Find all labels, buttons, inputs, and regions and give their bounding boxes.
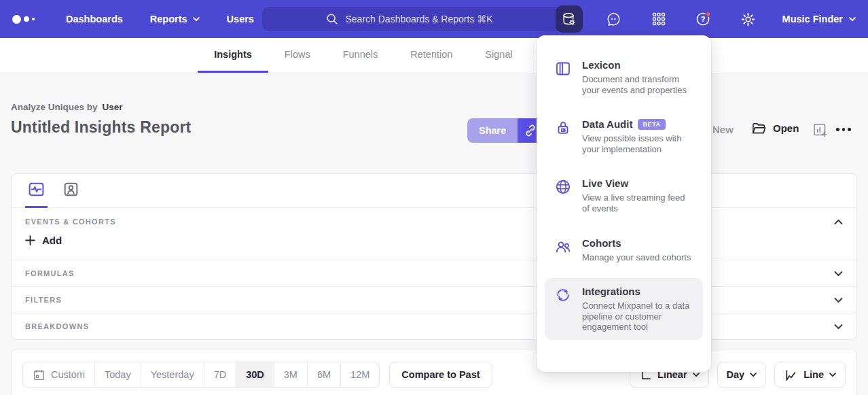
- menu-item-desc: View possible issues with your implement…: [582, 133, 693, 154]
- help-button[interactable]: ?: [690, 5, 717, 33]
- tab-funnels[interactable]: Funnels: [327, 38, 395, 73]
- breadcrumb: Analyze Uniques byUser: [11, 102, 123, 112]
- events-cohorts-label: EVENTS & COHORTS: [25, 218, 116, 226]
- preset-label: 6M: [317, 369, 331, 380]
- share-button[interactable]: Share: [467, 118, 518, 143]
- chevron-down-icon: [829, 373, 836, 377]
- menu-item-title: Lexicon: [582, 59, 693, 71]
- add-to-dashboard-button[interactable]: [812, 122, 828, 141]
- interval-dropdown[interactable]: Day: [717, 362, 767, 388]
- users-view-tab[interactable]: [60, 180, 82, 208]
- chevron-up-icon: [834, 219, 843, 225]
- breakdowns-section-row[interactable]: BREAKDOWNS: [12, 313, 856, 339]
- preset-label: Yesterday: [151, 369, 194, 380]
- apps-grid-icon: [651, 12, 666, 27]
- gear-icon: [740, 12, 756, 27]
- preset-label: Today: [105, 369, 131, 380]
- date-preset-3m[interactable]: 3M: [274, 362, 308, 387]
- search-input[interactable]: [346, 14, 505, 24]
- beta-badge: BETA: [638, 119, 665, 130]
- chevron-down-icon: [193, 17, 200, 22]
- expand-breakdowns-button[interactable]: [834, 324, 843, 330]
- insights-chart-icon: [27, 180, 46, 199]
- global-search[interactable]: [262, 7, 568, 31]
- menu-item-cohorts[interactable]: Cohorts Manage your saved cohorts: [545, 230, 703, 271]
- chevron-down-icon: [750, 373, 757, 377]
- open-label: Open: [773, 122, 799, 134]
- link-icon: [524, 124, 537, 137]
- menu-item-title-text: Data Audit: [582, 118, 632, 130]
- chevron-down-icon: [693, 373, 700, 377]
- menu-item-text: Cohorts Manage your saved cohorts: [582, 237, 691, 263]
- menu-item-title: Data Audit BETA: [582, 118, 693, 130]
- data-management-button[interactable]: [556, 5, 583, 33]
- calendar-icon: [33, 368, 46, 381]
- mixpanel-logo-icon[interactable]: [12, 15, 35, 24]
- tab-insights[interactable]: Insights: [198, 38, 268, 73]
- chevron-down-icon: [834, 324, 843, 330]
- tab-signal[interactable]: Signal: [469, 38, 528, 73]
- menu-item-text: Lexicon Document and transform your even…: [582, 59, 693, 95]
- feedback-button[interactable]: [600, 5, 628, 33]
- menu-item-live-view[interactable]: Live View View a live streaming feed of …: [545, 170, 703, 221]
- nav-reports[interactable]: Reports: [150, 14, 200, 24]
- chevron-down-icon: [849, 17, 856, 22]
- integrations-sync-icon: [554, 286, 572, 304]
- menu-item-desc: Manage your saved cohorts: [582, 252, 691, 263]
- events-cohorts-section-header: EVENTS & COHORTS: [12, 208, 856, 226]
- interval-label: Day: [727, 369, 745, 380]
- date-preset-30d[interactable]: 30D: [236, 362, 274, 387]
- expand-filters-button[interactable]: [834, 297, 843, 303]
- preset-label: 3M: [284, 369, 297, 380]
- data-audit-icon: [554, 119, 572, 137]
- line-chart-icon: [784, 368, 798, 382]
- collapse-events-button[interactable]: [834, 219, 843, 225]
- menu-item-title: Live View: [582, 177, 693, 189]
- menu-item-text: Integrations Connect Mixpanel to a data …: [582, 286, 693, 332]
- nav-users-label: Users: [227, 14, 254, 24]
- plus-icon: [25, 235, 35, 245]
- filters-section-row[interactable]: FILTERS: [12, 287, 856, 313]
- menu-item-lexicon[interactable]: Lexicon Document and transform your even…: [545, 52, 703, 103]
- chart-type-label: Line: [803, 369, 824, 380]
- date-preset-7d[interactable]: 7D: [204, 362, 237, 387]
- speech-bubble-icon: [606, 12, 621, 27]
- globe-icon: [554, 178, 572, 196]
- project-switcher[interactable]: Music Finder: [782, 14, 856, 24]
- expand-formulas-button[interactable]: [834, 271, 843, 277]
- add-event-button[interactable]: Add: [25, 235, 62, 246]
- menu-item-data-audit[interactable]: Data Audit BETA View possible issues wit…: [545, 111, 703, 162]
- tab-retention[interactable]: Retention: [394, 38, 469, 73]
- date-preset-6m[interactable]: 6M: [308, 362, 341, 387]
- menu-item-text: Live View View a live streaming feed of …: [582, 177, 693, 213]
- nav-users[interactable]: Users: [227, 14, 254, 24]
- date-preset-today[interactable]: Today: [95, 362, 141, 387]
- events-view-tab[interactable]: [25, 180, 48, 208]
- date-preset-yesterday[interactable]: Yesterday: [141, 362, 204, 387]
- report-tabbar: Insights Flows Funnels Retention Signal …: [0, 38, 868, 73]
- tab-flows[interactable]: Flows: [268, 38, 327, 73]
- apps-grid-button[interactable]: [645, 5, 672, 33]
- cohorts-people-icon: [554, 238, 572, 256]
- settings-button[interactable]: [735, 5, 762, 33]
- preset-label: 7D: [214, 369, 227, 380]
- chart-type-dropdown[interactable]: Line: [774, 362, 846, 388]
- more-actions-button[interactable]: [836, 128, 851, 131]
- breadcrumb-entity[interactable]: User: [103, 102, 123, 112]
- menu-item-integrations[interactable]: Integrations Connect Mixpanel to a data …: [545, 278, 703, 340]
- database-gear-icon: [561, 12, 577, 27]
- new-report-button[interactable]: New: [712, 124, 734, 135]
- formulas-label: FORMULAS: [25, 269, 75, 277]
- page-title[interactable]: Untitled Insights Report: [11, 118, 191, 137]
- formulas-section-row[interactable]: FORMULAS: [12, 260, 856, 287]
- open-report-button[interactable]: Open: [751, 121, 799, 135]
- share-split-button: Share: [467, 118, 543, 143]
- date-preset-custom[interactable]: Custom: [23, 362, 95, 387]
- date-range-segmented-control: Custom Today Yesterday 7D 30D 3M 6M 12M: [22, 362, 380, 388]
- date-preset-12m[interactable]: 12M: [341, 362, 379, 387]
- lexicon-icon: [554, 60, 572, 78]
- menu-item-title: Cohorts: [582, 237, 691, 249]
- menu-item-text: Data Audit BETA View possible issues wit…: [582, 118, 693, 154]
- nav-dashboards[interactable]: Dashboards: [66, 14, 123, 24]
- compare-to-past-button[interactable]: Compare to Past: [389, 362, 492, 388]
